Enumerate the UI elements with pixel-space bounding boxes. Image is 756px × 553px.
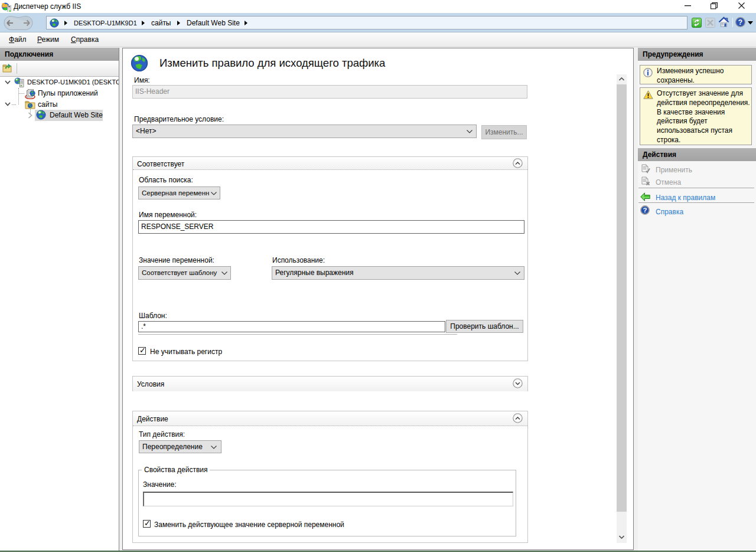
svg-text:?: ? xyxy=(738,18,742,27)
svg-text:?: ? xyxy=(643,207,647,214)
